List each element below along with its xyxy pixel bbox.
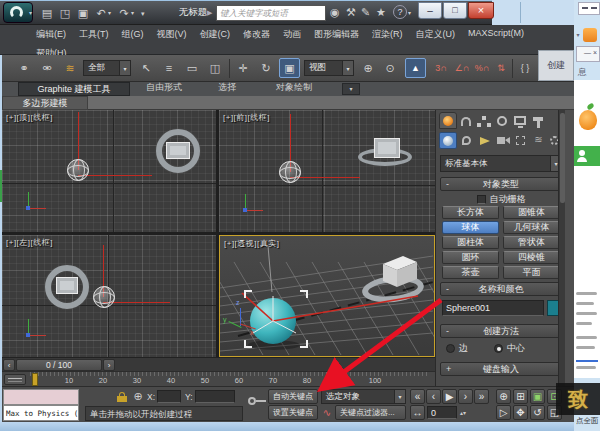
minimize-button[interactable]: – [418, 2, 442, 19]
button-cylinder[interactable]: 圆柱体 [442, 236, 499, 249]
move-gizmo-x-axis[interactable] [78, 175, 152, 176]
button-box[interactable]: 长方体 [442, 206, 499, 219]
spinner-snap-icon[interactable]: ⇅ [491, 59, 511, 78]
orbit-icon[interactable]: ↺ [530, 405, 545, 420]
panel-scrollbar[interactable] [558, 110, 565, 422]
rollout-creation-method[interactable]: - 创建方法 [440, 324, 562, 338]
previous-frame-button[interactable]: ‹ [426, 389, 441, 404]
maxscript-mini-listener-pink[interactable] [3, 389, 79, 405]
close-button[interactable]: × [468, 2, 494, 19]
max-logo-button[interactable]: ▾ [3, 2, 33, 23]
search-expand-icon[interactable]: ▶ [207, 9, 212, 16]
use-pivot-center-icon[interactable]: ⊕ [358, 59, 378, 78]
sphere-object[interactable] [67, 159, 89, 181]
menu-animation[interactable]: 动画 [283, 28, 301, 41]
menu-views[interactable]: 视图(V) [157, 28, 187, 41]
key-filters-button[interactable]: 关键点过滤器... [335, 405, 406, 420]
search-input[interactable] [216, 5, 326, 21]
button-cone[interactable]: 圆锥体 [503, 206, 560, 219]
button-torus[interactable]: 圆环 [442, 251, 499, 264]
menu-rendering[interactable]: 渲染(R) [372, 28, 403, 41]
unlink-selection-icon[interactable]: ⚮ [37, 59, 57, 78]
button-teapot[interactable]: 茶壶 [442, 266, 499, 279]
time-marker[interactable] [32, 373, 38, 386]
button-plane[interactable]: 平面 [503, 266, 560, 279]
autogrid-checkbox[interactable] [477, 195, 486, 204]
spacewarps-icon[interactable]: ≋ [531, 133, 546, 147]
maximize-button[interactable]: □ [443, 2, 467, 19]
button-geosphere[interactable]: 几何球体 [503, 221, 560, 234]
tab-utilities[interactable] [530, 114, 547, 129]
viewport-top[interactable]: [+][顶][线框] [2, 110, 216, 232]
rollout-name-color[interactable]: - 名称和颜色 [440, 282, 562, 296]
ribbon-subtab-polymodeling[interactable]: 多边形建模 [2, 96, 88, 110]
binoculars-icon[interactable]: ◉ [330, 7, 340, 18]
select-and-move-icon[interactable]: ✛ [233, 59, 253, 78]
time-step-forward-button[interactable]: › [103, 359, 115, 371]
zoom-all-icon[interactable]: ⊞ [513, 389, 528, 404]
menu-group[interactable]: 组(G) [122, 28, 144, 41]
select-and-link-icon[interactable]: ⚭ [14, 59, 34, 78]
redo-flyout-icon[interactable]: ▾ [131, 10, 134, 16]
box-object[interactable] [166, 142, 190, 159]
go-to-start-button[interactable]: « [410, 389, 425, 404]
category-geometry[interactable] [439, 132, 457, 149]
field-of-view-icon[interactable]: ▷ [496, 405, 511, 420]
box-object[interactable] [375, 254, 419, 288]
quickbar-flyout-icon[interactable]: ▾ [141, 10, 145, 17]
current-frame-field[interactable] [427, 406, 457, 419]
zoom-icon[interactable]: ⊕ [496, 389, 511, 404]
save-file-icon[interactable]: ▣ [75, 5, 91, 21]
selection-region-icon[interactable]: ▭ [182, 59, 202, 78]
viewport-front[interactable]: [+][前][线框] [219, 110, 435, 232]
pen-icon[interactable]: ✎ [361, 7, 370, 18]
key-filters-curve-icon[interactable]: ∿ [321, 406, 333, 420]
tab-hierarchy[interactable] [476, 114, 493, 129]
viewport-perspective[interactable]: [+][透视][真实] [219, 235, 435, 357]
time-slider-track[interactable]: ‹ 0 / 100 › [0, 357, 435, 371]
maxscript-mini-listener-white[interactable]: Max to Physics ( [3, 405, 79, 421]
menu-maxscript[interactable]: MAXScript(M) [468, 28, 524, 41]
ribbon-tab-selection[interactable]: 选择 [218, 83, 236, 92]
select-by-name-icon[interactable]: ≡ [159, 59, 179, 78]
pan-hand-icon[interactable]: ✥ [513, 405, 528, 420]
ribbon-minimize-icon[interactable]: ▾ [342, 83, 360, 95]
menu-create[interactable]: 创建(C) [200, 28, 231, 41]
zoom-extents-icon[interactable]: ▣ [530, 389, 545, 404]
viewport-left[interactable]: [+][左][线框] [2, 235, 216, 357]
mini-curve-editor-icon[interactable] [4, 374, 26, 385]
open-file-icon[interactable]: ◳ [57, 5, 73, 21]
undo-icon[interactable]: ↶ [93, 5, 109, 21]
time-step-back-button[interactable]: ‹ [3, 359, 15, 371]
wrench-icon[interactable]: ⚒ [346, 7, 356, 18]
category-helpers[interactable] [514, 134, 529, 147]
select-and-rotate-icon[interactable]: ↻ [256, 59, 276, 78]
help-flyout-icon[interactable]: ▾ [408, 10, 411, 16]
key-mode-toggle-icon[interactable]: ↔ [410, 405, 425, 420]
rollout-object-type[interactable]: - 对象类型 [440, 177, 562, 191]
sphere-object[interactable] [279, 161, 301, 183]
undo-flyout-icon[interactable]: ▾ [108, 10, 111, 16]
tab-display[interactable] [512, 114, 529, 129]
radio-center[interactable]: 中心 [494, 342, 525, 355]
selection-filter-dropdown[interactable]: 全部 ▾ [83, 60, 131, 76]
box-object[interactable] [56, 277, 78, 294]
move-gizmo-x-axis[interactable] [290, 177, 360, 178]
next-frame-button[interactable]: › [458, 389, 473, 404]
reference-coordinate-dropdown[interactable]: 视图 ▾ [304, 60, 354, 76]
viewport-label[interactable]: [+][顶][线框] [6, 112, 53, 123]
tab-create[interactable] [439, 112, 457, 129]
select-object-icon[interactable]: ↖ [136, 59, 156, 78]
go-to-end-button[interactable]: » [474, 389, 489, 404]
category-lights[interactable] [478, 134, 493, 147]
auto-key-button[interactable]: 自动关键点 [268, 389, 318, 404]
tab-motion[interactable] [494, 114, 511, 129]
help-icon[interactable]: ? [393, 5, 407, 19]
set-key-button[interactable]: 设置关键点 [268, 405, 318, 420]
play-button[interactable]: ▶ [442, 389, 457, 404]
ribbon-tab-freeform[interactable]: 自由形式 [146, 83, 182, 92]
menu-graph-editors[interactable]: 图形编辑器 [314, 28, 359, 41]
viewport-label[interactable]: [+][左][线框] [6, 237, 53, 248]
geometry-category-dropdown[interactable]: 标准基本体 ▾ [440, 155, 562, 172]
viewport-label[interactable]: [+][前][线框] [223, 112, 270, 123]
